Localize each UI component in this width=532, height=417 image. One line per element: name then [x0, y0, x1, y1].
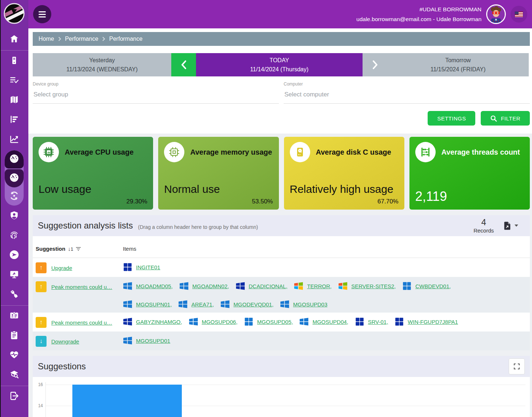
item: DCADICIONAL, [236, 281, 288, 291]
date-navigation: Yesterday 11/13/2024 (WEDNESDAY) TODAY 1… [33, 53, 530, 76]
sidebar-item-sync-gauge[interactable] [5, 187, 24, 206]
fullscreen-button[interactable] [509, 358, 525, 374]
computer-link[interactable]: DCADICIONAL, [249, 283, 288, 289]
sidebar-item-paper-plane[interactable] [0, 246, 28, 265]
computer-link[interactable]: MGOSUPD01 [136, 338, 170, 344]
section-title: Suggestion analysis lists [38, 221, 133, 231]
up-arrow-chip: ↑ [36, 262, 47, 273]
computer-link[interactable]: SERVER-SITES2, [351, 283, 396, 289]
user-shield-icon [9, 210, 19, 222]
heart-pulse-icon [9, 350, 19, 361]
sidebar-item-monitor-remote[interactable] [0, 265, 28, 285]
suggestion-link[interactable]: Peak moments could u… [51, 319, 112, 326]
sidebar-divider [0, 50, 28, 51]
computer-select[interactable] [284, 87, 530, 104]
computer-link[interactable]: CWBDEVD01, [415, 283, 451, 289]
computer-link[interactable]: MGOSUPN01, [136, 301, 172, 307]
item: MGOADMD05, [123, 281, 173, 291]
hamburger-menu-button[interactable] [33, 5, 51, 23]
computer-link[interactable]: GABYZINHAMGO, [136, 319, 182, 325]
filter-column-icon[interactable] [76, 247, 81, 251]
table-row: ↑ Upgrade INGITE01 [33, 258, 530, 277]
windows-flag-blue-icon [189, 317, 198, 326]
computer-link[interactable]: AREA71, [191, 301, 214, 307]
paper-plane-icon [9, 249, 20, 262]
sidebar-item-logout[interactable] [0, 387, 28, 406]
computer-link[interactable]: TERROR, [307, 283, 332, 289]
computer-link[interactable]: MGOSUPD04, [312, 319, 348, 325]
language-selector[interactable] [511, 6, 527, 23]
windows-flag-blue-icon [178, 299, 188, 309]
suggestions-chart-section: Suggestions 16 14 [33, 356, 530, 417]
computer-link[interactable]: MGOADMD05, [136, 283, 173, 289]
sidebar-item-list-check[interactable] [0, 71, 28, 91]
next-day-button[interactable] [363, 53, 387, 76]
item: MGOSUPD04, [299, 317, 348, 326]
filter-button[interactable]: FILTER [481, 111, 530, 126]
sidebar-item-clipboard[interactable] [0, 326, 28, 346]
chevron-right-icon [58, 37, 61, 41]
tomorrow-block[interactable]: Tomorrow 11/15/2024 (FRIDAY) [387, 53, 529, 76]
computer-link[interactable]: WIN-FGUPD7J8PA1 [408, 319, 458, 325]
sidebar-item-fingerprint[interactable] [0, 226, 28, 246]
app-logo[interactable] [0, 0, 28, 28]
card-status: Low usage [39, 182, 147, 196]
windows-flag-blue-icon [299, 317, 309, 326]
sidebar-item-gauge[interactable] [5, 150, 24, 168]
tomorrow-label: Tomorrow [445, 57, 471, 64]
breadcrumb-home[interactable]: Home [39, 36, 54, 42]
card-threads-count: Average threads count 2,119 [409, 137, 530, 210]
sort-descending-indicator[interactable]: ↓1 [68, 246, 73, 252]
yesterday-block[interactable]: Yesterday 11/13/2024 (WEDNESDAY) [33, 53, 171, 76]
sidebar-item-map[interactable] [0, 91, 28, 110]
fullscreen-icon [513, 363, 520, 370]
sidebar-item-id-card[interactable] [0, 306, 28, 326]
line-chart-icon [9, 134, 19, 146]
computer-link[interactable]: MGOSUPD03 [293, 301, 327, 307]
sidebar-item-computer-tower[interactable] [0, 51, 28, 71]
sidebar-item-gauge-2[interactable] [5, 169, 24, 187]
breadcrumb-performance[interactable]: Performance [65, 36, 99, 42]
sidebar-item-usb-cable[interactable] [0, 285, 28, 305]
computer-link[interactable]: MGOSUPD05, [257, 319, 293, 325]
account-name: #UDALE BORROWMAN [356, 4, 481, 14]
suggestion-link[interactable]: Peak moments could u… [51, 284, 112, 290]
today-block[interactable]: TODAY 11/14/2024 (Thursday) [196, 53, 363, 76]
suggestion-link[interactable]: Upgrade [51, 265, 72, 271]
id-card-icon [9, 310, 19, 322]
sidebar-item-heart-pulse[interactable] [0, 346, 28, 365]
column-items[interactable]: Items [123, 246, 136, 252]
card-title: Average CPU usage [65, 147, 133, 157]
y-tick-16: 16 [33, 382, 43, 387]
sidebar-divider [0, 386, 28, 386]
list-check-icon [9, 75, 19, 87]
computer-link[interactable]: MGODEVQD01, [233, 301, 273, 307]
computer-link[interactable]: MGOSUPD06, [202, 319, 237, 325]
down-arrow-chip: ↓ [36, 336, 47, 347]
column-suggestion[interactable]: Suggestion [36, 246, 65, 252]
sidebar-item-line-chart[interactable] [0, 130, 28, 150]
row-items: MGOSUPD01 [123, 335, 527, 345]
hard-disk-icon [290, 142, 310, 162]
settings-button[interactable]: SETTINGS [428, 111, 475, 126]
suggestion-analysis-section: Suggestion analysis lists (Drag a column… [33, 215, 530, 350]
avatar[interactable] [486, 4, 506, 24]
item: MGOSUPN01, [123, 299, 172, 309]
computer-link[interactable]: SRV-01, [368, 319, 388, 325]
previous-day-button[interactable] [171, 53, 196, 76]
computer-link[interactable]: INGITE01 [136, 264, 160, 270]
device-group-select[interactable] [33, 87, 279, 104]
us-flag-icon [515, 12, 523, 17]
bar-chart-icon [9, 114, 19, 126]
sidebar-item-home[interactable] [0, 30, 28, 49]
logo-icon [4, 3, 25, 25]
export-button[interactable] [503, 221, 518, 230]
item: CWBDEVD01, [402, 281, 451, 291]
row-items: GABYZINHAMGO,MGOSUPD06,MGOSUPD05,MGOSUPD… [123, 316, 527, 326]
suggestion-link[interactable]: Downgrade [51, 338, 79, 345]
sidebar-item-bar-chart[interactable] [0, 110, 28, 130]
computer-link[interactable]: MGOADMN02, [192, 283, 229, 289]
breadcrumb-performance-2[interactable]: Performance [109, 36, 143, 42]
sidebar-item-user-shield[interactable] [0, 206, 28, 226]
sidebar-item-search-learn[interactable] [0, 365, 28, 385]
